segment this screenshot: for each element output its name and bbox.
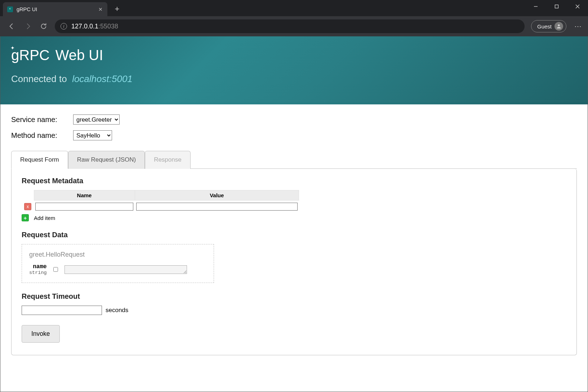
back-button[interactable] <box>7 22 17 31</box>
tab-panel-request-form: Request Metadata Name Value x <box>11 169 577 355</box>
field-value-input[interactable] <box>64 265 187 274</box>
metadata-row: x <box>22 200 299 212</box>
metadata-name-header: Name <box>34 190 135 200</box>
forward-button[interactable] <box>23 22 32 31</box>
address-bar[interactable]: i 127.0.0.1:55038 <box>55 19 525 33</box>
method-label: Method name: <box>11 131 65 140</box>
browser-menu-button[interactable]: ⋯ <box>573 22 584 31</box>
service-label: Service name: <box>11 116 65 124</box>
connection-target: localhost:5001 <box>72 73 133 84</box>
page: gRPC Web UI Connected to localhost:5001 … <box>0 36 588 392</box>
connection-status: Connected to localhost:5001 <box>11 73 577 85</box>
address-host: 127.0.0.1 <box>71 23 98 30</box>
metadata-remove-col <box>22 190 34 200</box>
logo-row: gRPC Web UI <box>11 47 577 63</box>
grpc-logo: gRPC <box>11 47 50 63</box>
profile-label: Guest <box>537 23 552 30</box>
field-row: name string <box>29 263 206 275</box>
timeout-unit: seconds <box>106 307 128 314</box>
window-close-button[interactable] <box>567 0 588 13</box>
metadata-add-row: + Add item <box>22 214 566 221</box>
data-heading: Request Data <box>22 231 566 239</box>
banner: gRPC Web UI Connected to localhost:5001 <box>0 36 588 104</box>
tab-response[interactable]: Response <box>145 151 191 169</box>
address-text: 127.0.0.1:55038 <box>71 23 118 30</box>
window-controls <box>525 0 588 13</box>
timeout-heading: Request Timeout <box>22 292 566 301</box>
field-label: name string <box>29 263 47 275</box>
favicon-icon: ᶜ <box>7 6 13 12</box>
app-subtitle: Web UI <box>55 47 103 63</box>
field-type: string <box>29 270 47 275</box>
window-minimize-button[interactable] <box>525 0 546 13</box>
window-maximize-button[interactable] <box>546 0 567 13</box>
metadata-value-header: Value <box>135 190 299 200</box>
invoke-button[interactable]: Invoke <box>22 325 60 343</box>
service-row: Service name: greet.Greeter <box>11 114 577 125</box>
svg-point-4 <box>558 24 560 26</box>
svg-rect-1 <box>555 5 558 8</box>
site-info-icon[interactable]: i <box>61 23 67 30</box>
content: Service name: greet.Greeter Method name:… <box>0 104 588 365</box>
avatar-icon <box>554 22 563 31</box>
tab-title: gRPC UI <box>17 6 98 12</box>
browser-titlebar: ᶜ gRPC UI ✕ + <box>0 0 588 16</box>
method-select[interactable]: SayHello <box>73 130 112 140</box>
timeout-input[interactable] <box>22 306 102 315</box>
tab-raw-request[interactable]: Raw Request (JSON) <box>68 151 145 169</box>
address-port: :55038 <box>98 23 118 30</box>
profile-button[interactable]: Guest <box>531 20 566 32</box>
service-select[interactable]: greet.Greeter <box>73 114 120 125</box>
field-name: name <box>29 263 47 270</box>
request-type-name: greet.HelloRequest <box>29 251 206 258</box>
browser-tab[interactable]: ᶜ gRPC UI ✕ <box>3 2 107 16</box>
metadata-name-input[interactable] <box>35 203 133 211</box>
new-tab-button[interactable]: + <box>112 4 122 14</box>
tabs: Request Form Raw Request (JSON) Response <box>11 150 577 169</box>
browser-toolbar: i 127.0.0.1:55038 Guest ⋯ <box>0 16 588 36</box>
metadata-value-input[interactable] <box>136 203 298 211</box>
tab-request-form[interactable]: Request Form <box>11 151 68 169</box>
method-row: Method name: SayHello <box>11 130 577 140</box>
metadata-heading: Request Metadata <box>22 177 566 185</box>
metadata-table: Name Value x <box>22 190 299 211</box>
field-enable-checkbox[interactable] <box>53 267 58 272</box>
close-tab-icon[interactable]: ✕ <box>98 7 103 12</box>
timeout-row: seconds <box>22 306 566 315</box>
metadata-remove-button[interactable]: x <box>24 203 31 210</box>
metadata-add-label: Add item <box>34 215 55 221</box>
connected-label: Connected to <box>11 73 67 84</box>
reload-button[interactable] <box>39 22 48 31</box>
metadata-add-button[interactable]: + <box>22 214 29 221</box>
request-data-box: greet.HelloRequest name string <box>22 244 214 283</box>
